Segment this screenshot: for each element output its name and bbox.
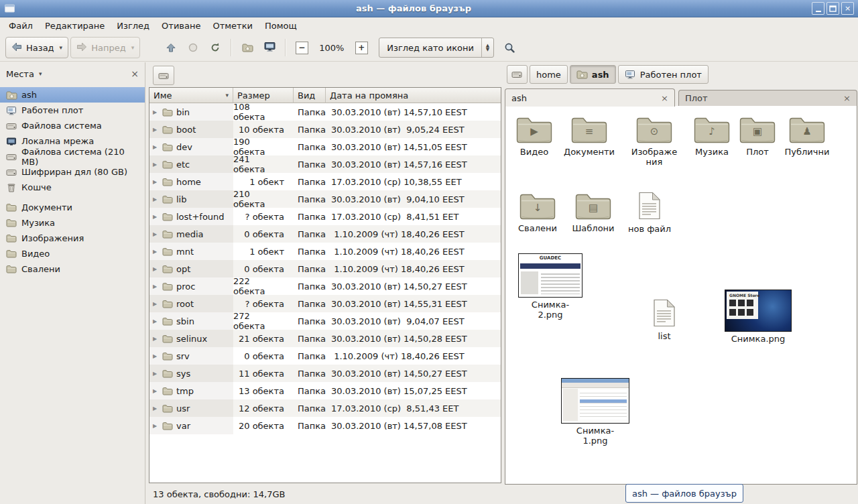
expander-icon[interactable]: ▶ xyxy=(153,371,160,377)
icon-view-item[interactable]: ♟Публични xyxy=(780,115,834,157)
file-row[interactable]: ▶sys11 обектаПапка30.03.2010 (вт) 14,50,… xyxy=(149,365,501,382)
column-header[interactable]: Вид xyxy=(294,88,326,103)
sidebar-item[interactable]: Кошче xyxy=(0,180,145,195)
pathbar-root-button[interactable] xyxy=(153,66,174,85)
icon-view-item[interactable]: ▣Плот xyxy=(737,115,778,157)
expander-icon[interactable]: ▶ xyxy=(153,196,160,202)
tab-ash[interactable]: ash× xyxy=(505,88,675,107)
file-row[interactable]: ▶tmp13 обектаПапка30.03.2010 (вт) 15,07,… xyxy=(149,382,501,399)
close-button[interactable]: × xyxy=(841,2,854,15)
file-row[interactable]: ▶opt0 обектаПапка 1.10.2009 (чт) 18,40,2… xyxy=(149,260,501,277)
pathbar-button[interactable]: home xyxy=(530,65,568,84)
minimize-button[interactable] xyxy=(812,2,824,15)
icon-view-item[interactable]: GUADECСнимка-2.png xyxy=(518,253,583,320)
sidebar-selector[interactable]: Места ▾ xyxy=(6,69,42,79)
file-row[interactable]: ▶var20 обектаПапка30.03.2010 (вт) 14,57,… xyxy=(149,417,501,434)
expander-icon[interactable]: ▶ xyxy=(153,388,160,394)
pathbar-button[interactable] xyxy=(507,65,528,84)
tab-Плот[interactable]: Плот× xyxy=(678,90,857,106)
sidebar-item[interactable]: Музика xyxy=(0,215,145,231)
icon-view-item[interactable]: нов файл xyxy=(625,192,674,234)
view-mode-select[interactable]: Изглед като икони ▲▼ xyxy=(379,38,494,58)
icon-view-item[interactable]: ♪Музика xyxy=(688,115,736,157)
maximize-button[interactable] xyxy=(826,2,839,15)
column-header[interactable]: Име▾ xyxy=(149,88,233,103)
forward-button[interactable]: Напред ▾ xyxy=(70,37,140,58)
icon-view-item[interactable]: ▤Шаблони xyxy=(568,192,618,233)
tab-close-button[interactable]: × xyxy=(661,94,668,103)
home-button[interactable] xyxy=(237,38,257,58)
icon-view-item[interactable]: ≡Документи xyxy=(560,115,618,157)
expander-icon[interactable]: ▶ xyxy=(153,336,160,342)
icon-view-item[interactable]: ▶Видео xyxy=(511,115,558,157)
file-row[interactable]: ▶mnt1 обектПапка 1.10.2009 (чт) 18,40,26… xyxy=(149,243,501,260)
file-row[interactable]: ▶boot10 обектаПапка30.03.2010 (вт) 9,05,… xyxy=(149,121,501,138)
expander-icon[interactable]: ▶ xyxy=(153,109,160,115)
taskbar-window-button[interactable]: ash — файлов браузър xyxy=(625,484,743,503)
expander-icon[interactable]: ▶ xyxy=(153,231,160,237)
menu-item[interactable]: Отиване xyxy=(156,19,206,33)
sidebar-item[interactable]: Файлова система (210 MB) xyxy=(0,149,145,164)
file-row[interactable]: ▶dev190 обектаПапка30.03.2010 (вт) 14,51… xyxy=(149,138,501,155)
expander-icon[interactable]: ▶ xyxy=(153,127,160,133)
expander-icon[interactable]: ▶ xyxy=(153,162,160,168)
expander-icon[interactable]: ▶ xyxy=(153,353,160,359)
search-button[interactable] xyxy=(500,38,520,58)
file-row[interactable]: ▶proc222 обектаПапка30.03.2010 (вт) 14,5… xyxy=(149,277,501,295)
zoom-in-button[interactable]: + xyxy=(351,38,371,58)
pathbar-button[interactable]: ash xyxy=(570,65,616,84)
expander-icon[interactable]: ▶ xyxy=(153,301,160,307)
expander-icon[interactable]: ▶ xyxy=(153,405,160,412)
expander-icon[interactable]: ▶ xyxy=(153,249,160,255)
column-header[interactable]: Размер xyxy=(233,88,294,103)
menu-item[interactable]: Помощ xyxy=(259,19,303,33)
expander-icon[interactable]: ▶ xyxy=(153,179,160,185)
reload-button[interactable] xyxy=(205,38,225,58)
sidebar-close-button[interactable]: × xyxy=(131,69,139,78)
sidebar-item[interactable]: Работен плот xyxy=(0,103,145,118)
sidebar-item[interactable]: Свалени xyxy=(0,261,145,277)
stop-button[interactable] xyxy=(183,38,203,58)
expander-icon[interactable]: ▶ xyxy=(153,284,160,290)
menu-item[interactable]: Редактиране xyxy=(39,19,111,33)
back-button[interactable]: Назад ▾ xyxy=(5,37,68,58)
icon-view-item[interactable]: GNOME StoreСнимка.png xyxy=(724,290,792,344)
file-row[interactable]: ▶srv0 обектаПапка 1.10.2009 (чт) 18,40,2… xyxy=(149,347,501,365)
expander-icon[interactable]: ▶ xyxy=(153,318,160,324)
menu-item[interactable]: Файл xyxy=(3,19,39,33)
file-row[interactable]: ▶home1 обектПапка17.03.2010 (ср) 10,38,5… xyxy=(149,173,501,190)
sidebar-item[interactable]: Изображения xyxy=(0,231,145,246)
sidebar-item[interactable]: ash xyxy=(0,87,145,103)
up-button[interactable] xyxy=(161,38,181,58)
icon-view-item[interactable]: list xyxy=(644,299,685,341)
expander-icon[interactable]: ▶ xyxy=(153,214,160,220)
tab-close-button[interactable]: × xyxy=(843,94,851,103)
expander-icon[interactable]: ▶ xyxy=(153,144,160,150)
icon-view-item[interactable]: Снимка-1.png xyxy=(560,378,630,446)
pathbar-button[interactable]: Работен плот xyxy=(618,65,709,84)
combo-arrows-icon[interactable]: ▲▼ xyxy=(481,38,493,57)
file-row[interactable]: ▶etc241 обектаПапка30.03.2010 (вт) 14,57… xyxy=(149,155,501,173)
column-header[interactable]: Дата на промяна xyxy=(326,88,501,103)
computer-button[interactable] xyxy=(259,38,280,58)
menu-item[interactable]: Отметки xyxy=(206,19,258,33)
file-row[interactable]: ▶lost+found? обектаПапка17.03.2010 (ср) … xyxy=(149,208,501,225)
back-dropdown-icon[interactable]: ▾ xyxy=(60,44,63,51)
file-row[interactable]: ▶bin108 обектаПапка30.03.2010 (вт) 14,57… xyxy=(149,103,501,121)
sidebar-item[interactable]: Документи xyxy=(0,200,145,215)
file-row[interactable]: ▶root? обектаПапка30.03.2010 (вт) 14,55,… xyxy=(149,295,501,312)
sidebar-item[interactable]: Файлова система xyxy=(0,118,145,133)
icon-view-item[interactable]: ⊙Изображения xyxy=(623,115,685,167)
titlebar[interactable]: ash — файлов браузър × xyxy=(0,0,858,17)
icon-view-item[interactable]: ↓Свалени xyxy=(513,192,562,233)
sidebar-item[interactable]: Видео xyxy=(0,246,145,261)
file-row[interactable]: ▶selinux21 обектаПапка30.03.2010 (вт) 14… xyxy=(149,330,501,347)
file-row[interactable]: ▶lib210 обектаПапка30.03.2010 (вт) 9,04,… xyxy=(149,190,501,208)
menu-item[interactable]: Изглед xyxy=(111,19,156,33)
file-row[interactable]: ▶media0 обектаПапка 1.10.2009 (чт) 18,40… xyxy=(149,225,501,243)
sidebar-item[interactable]: Шифриран дял (80 GB) xyxy=(0,164,145,180)
expander-icon[interactable]: ▶ xyxy=(153,423,160,429)
expander-icon[interactable]: ▶ xyxy=(153,266,160,272)
file-row[interactable]: ▶sbin272 обектаПапка30.03.2010 (вт) 9,04… xyxy=(149,312,501,330)
file-row[interactable]: ▶usr12 обектаПапка17.03.2010 (ср) 8,51,4… xyxy=(149,399,501,417)
